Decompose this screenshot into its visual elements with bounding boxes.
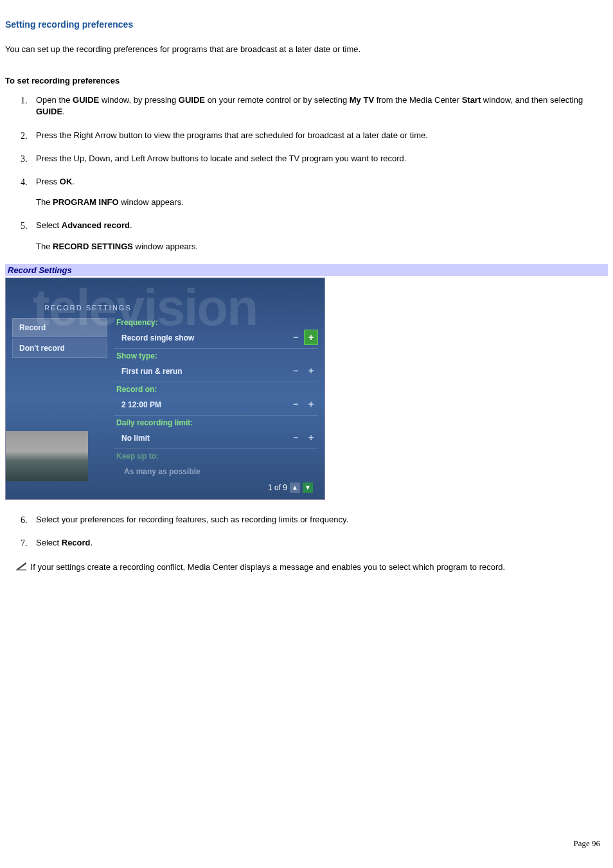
dailylimit-value[interactable]: No limit	[114, 430, 287, 447]
step-4: Press OK. The PROGRAM INFO window appear…	[21, 176, 608, 208]
note-icon	[15, 562, 27, 574]
frequency-value[interactable]: Record single show	[114, 330, 287, 346]
rs-header: RECORD SETTINGS	[44, 304, 318, 312]
step-2: Press the Right Arrow button to view the…	[21, 130, 608, 141]
page-indicator: 1 of 9	[268, 483, 287, 492]
steps-list: Open the GUIDE window, by pressing GUIDE…	[21, 94, 608, 252]
dont-record-button[interactable]: Don't record	[12, 339, 107, 358]
up-arrow-icon[interactable]: ▲	[290, 483, 300, 493]
step-3: Press the Up, Down, and Left Arrow butto…	[21, 153, 608, 164]
keepupto-label: Keep up to:	[116, 452, 318, 461]
note-text: If your settings create a recording conf…	[28, 562, 505, 572]
rs-left-panel: Record Don't record	[12, 315, 107, 480]
showtype-label: Show type:	[116, 351, 318, 360]
intro-text: You can set up the recording preferences…	[5, 44, 608, 55]
record-settings-screenshot: television RECORD SETTINGS Record Don't …	[5, 278, 325, 500]
frequency-label: Frequency:	[116, 318, 318, 327]
minus-icon[interactable]: −	[289, 430, 303, 445]
record-button[interactable]: Record	[12, 318, 107, 337]
pagination-footer: 1 of 9 ▲ ▼	[268, 483, 313, 493]
recordon-label: Record on:	[116, 385, 318, 394]
preview-thumbnail	[6, 431, 88, 481]
rs-right-panel: Frequency: Record single show − + Show t…	[107, 315, 318, 480]
plus-icon[interactable]: +	[304, 330, 318, 345]
step-7: Select Record.	[21, 537, 608, 549]
plus-icon[interactable]: +	[304, 396, 318, 412]
note-paragraph: If your settings create a recording conf…	[5, 562, 608, 574]
recordon-value[interactable]: 2 12:00 PM	[114, 396, 287, 413]
plus-icon[interactable]: +	[304, 430, 318, 445]
step-1: Open the GUIDE window, by pressing GUIDE…	[21, 94, 608, 118]
keepupto-value: As many as possible	[114, 463, 318, 480]
step-6: Select your preferences for recording fe…	[21, 514, 608, 526]
minus-icon[interactable]: −	[289, 396, 303, 412]
screenshot-caption: Record Settings	[5, 264, 608, 276]
plus-icon[interactable]: +	[304, 363, 318, 378]
down-arrow-icon[interactable]: ▼	[303, 483, 313, 493]
step-5: Select Advanced record. The RECORD SETTI…	[21, 220, 608, 252]
steps-list-continued: Select your preferences for recording fe…	[21, 514, 608, 549]
dailylimit-label: Daily recording limit:	[116, 418, 318, 427]
showtype-value[interactable]: First run & rerun	[114, 363, 287, 380]
minus-icon[interactable]: −	[289, 363, 303, 378]
minus-icon[interactable]: −	[289, 330, 303, 345]
page-title: Setting recording preferences	[5, 19, 608, 30]
sub-heading: To set recording preferences	[5, 76, 608, 85]
